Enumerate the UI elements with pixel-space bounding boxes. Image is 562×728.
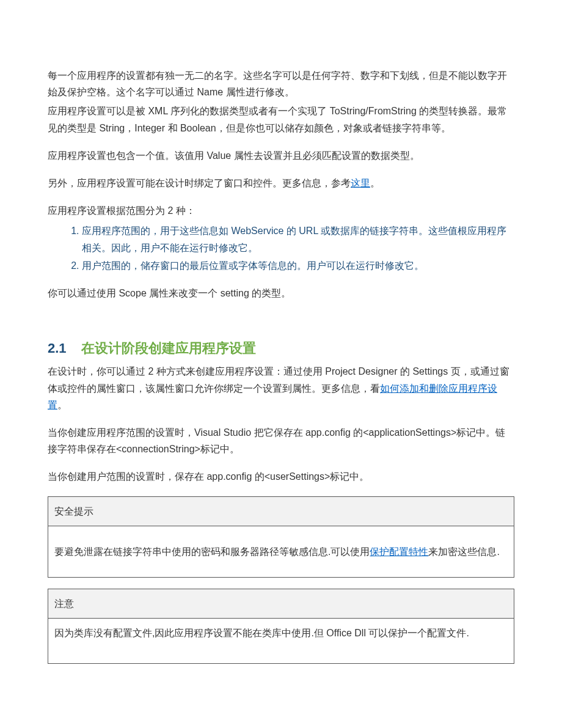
paragraph: 当你创建用户范围的设置时，保存在 app.config 的<userSettin… [48,468,514,485]
text: 来加密这些信息. [428,546,499,557]
callout-body: 要避免泄露在链接字符串中使用的密码和服务器路径等敏感信息.可以使用保护配置特性来… [48,526,514,577]
paragraph: 应用程序设置也包含一个值。该值用 Value 属性去设置并且必须匹配设置的数据类… [48,147,514,164]
paragraph: 应用程序设置可以是被 XML 序列化的数据类型或者有一个实现了 ToString… [48,103,514,136]
callout-header: 注意 [48,589,514,618]
list-item-text: 用户范围的，储存窗口的最后位置或字体等信息的。用户可以在运行时修改它。 [82,260,424,271]
callout-security: 安全提示 要避免泄露在链接字符串中使用的密码和服务器路径等敏感信息.可以使用保护… [48,496,514,578]
list-item: 用户范围的，储存窗口的最后位置或字体等信息的。用户可以在运行时修改它。 [82,257,514,274]
callout-header: 安全提示 [48,496,514,526]
paragraph: 当你创建应用程序范围的设置时，Visual Studio 把它保存在 app.c… [48,424,514,457]
callout-body: 因为类库没有配置文件,因此应用程序设置不能在类库中使用.但 Office Dll… [48,619,514,664]
ordered-list: 应用程序范围的，用于这些信息如 WebService 的 URL 或数据库的链接… [48,222,514,274]
section-title: 在设计阶段创建应用程序设置 [81,340,256,356]
text: 。 [57,400,67,410]
list-item: 应用程序范围的，用于这些信息如 WebService 的 URL 或数据库的链接… [82,222,514,256]
section-heading: 2.1在设计阶段创建应用程序设置 [48,337,514,359]
text: 。 [370,178,380,188]
link-protected-config[interactable]: 保护配置特性 [370,546,428,557]
paragraph: 另外，应用程序设置可能在设计时绑定了窗口和控件。更多信息，参考这里。 [48,175,514,191]
paragraph: 你可以通过使用 Scope 属性来改变一个 setting 的类型。 [48,285,514,301]
text: 要避免泄露在链接字符串中使用的密码和服务器路径等敏感信息.可以使用 [54,546,370,557]
paragraph: 在设计时，你可以通过 2 种方式来创建应用程序设置：通过使用 Project D… [48,363,514,413]
section-number: 2.1 [48,340,67,356]
link-here[interactable]: 这里 [351,178,370,188]
list-item-text: 应用程序范围的，用于这些信息如 WebService 的 URL 或数据库的链接… [82,226,506,252]
paragraph: 应用程序设置根据范围分为 2 种： [48,202,514,219]
document-page: 每一个应用程序的设置都有独一无二的名字。这些名字可以是任何字符、数字和下划线，但… [0,0,562,728]
text: 另外，应用程序设置可能在设计时绑定了窗口和控件。更多信息，参考 [48,178,351,188]
paragraph: 每一个应用程序的设置都有独一无二的名字。这些名字可以是任何字符、数字和下划线，但… [48,67,514,100]
callout-note: 注意 因为类库没有配置文件,因此应用程序设置不能在类库中使用.但 Office … [48,589,514,664]
